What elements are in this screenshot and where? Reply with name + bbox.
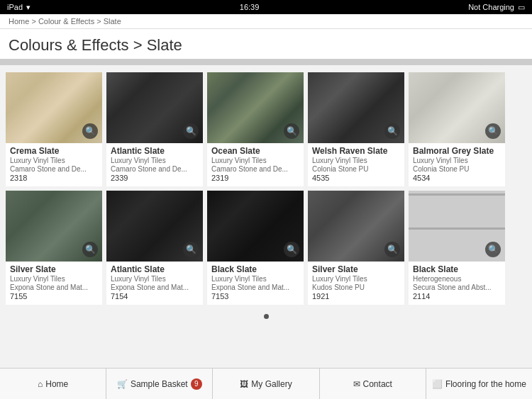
product-image-wrap: 🔍 <box>308 191 404 262</box>
product-item[interactable]: 🔍 Silver Slate Luxury Vinyl Tiles Kudos … <box>308 191 404 305</box>
product-info: Silver Slate Luxury Vinyl Tiles Expona S… <box>6 262 102 305</box>
nav-item-home[interactable]: ⌂Home <box>0 369 106 399</box>
product-info: Black Slate Heterogeneous Secura Stone a… <box>409 262 505 305</box>
product-code: 2339 <box>111 174 199 182</box>
bottom-nav: ⌂Home🛒Sample Basket9🖼My Gallery✉Contact⬜… <box>0 368 532 399</box>
product-info: Ocean Slate Luxury Vinyl Tiles Camaro St… <box>207 143 304 186</box>
product-name: Silver Slate <box>10 264 98 274</box>
product-image-wrap: 🔍 <box>409 72 505 143</box>
product-subtitle2: Camaro Stone and De... <box>10 165 98 173</box>
product-info: Crema Slate Luxury Vinyl Tiles Camaro St… <box>6 143 102 186</box>
product-subtitle2: Camaro Stone and De... <box>111 165 199 173</box>
product-code: 2319 <box>211 174 299 182</box>
zoom-icon[interactable]: 🔍 <box>485 242 501 257</box>
nav-item-flooring-for-the-home[interactable]: ⬜Flooring for the home <box>426 369 532 399</box>
product-subtitle1: Luxury Vinyl Tiles <box>312 157 400 164</box>
nav-label: Home <box>45 379 68 389</box>
product-code: 7154 <box>111 292 199 300</box>
product-subtitle1: Luxury Vinyl Tiles <box>413 157 501 164</box>
wifi-icon: ▾ <box>26 3 31 12</box>
device-label: iPad <box>7 3 23 11</box>
product-info: Welsh Raven Slate Luxury Vinyl Tiles Col… <box>308 143 404 186</box>
product-name: Atlantic Slate <box>111 264 199 274</box>
pagination <box>0 308 532 322</box>
product-code: 7155 <box>10 292 98 300</box>
product-item[interactable]: 🔍 Welsh Raven Slate Luxury Vinyl Tiles C… <box>308 72 404 186</box>
nav-item-contact[interactable]: ✉Contact <box>320 369 426 399</box>
nav-label: Sample Basket <box>131 379 188 389</box>
product-subtitle1: Heterogeneous <box>413 275 501 283</box>
zoom-icon[interactable]: 🔍 <box>284 123 299 139</box>
product-item[interactable]: 🔍 Ocean Slate Luxury Vinyl Tiles Camaro … <box>207 72 304 186</box>
product-info: Balmoral Grey Slate Luxury Vinyl Tiles C… <box>409 143 505 186</box>
zoom-icon[interactable]: 🔍 <box>485 123 501 139</box>
product-image-wrap: 🔍 <box>6 72 102 143</box>
product-image-wrap: 🔍 <box>308 72 404 143</box>
product-name: Crema Slate <box>10 146 98 156</box>
nav-label: Contact <box>363 379 392 389</box>
product-item[interactable]: 🔍 Silver Slate Luxury Vinyl Tiles Expona… <box>6 191 102 305</box>
product-subtitle2: Colonia Stone PU <box>312 165 400 173</box>
nav-label: My Gallery <box>251 379 292 389</box>
charging-label: Not Charging <box>468 3 514 11</box>
status-bar: iPad ▾ 16:39 Not Charging ▭ <box>0 0 532 14</box>
product-info: Silver Slate Luxury Vinyl Tiles Kudos St… <box>308 262 404 305</box>
zoom-icon[interactable]: 🔍 <box>183 242 199 257</box>
page-header: Colours & Effects > Slate <box>0 29 532 61</box>
page-title: Colours & Effects > Slate <box>9 36 523 55</box>
zoom-icon[interactable]: 🔍 <box>183 123 199 139</box>
product-info: Atlantic Slate Luxury Vinyl Tiles Camaro… <box>106 143 203 186</box>
product-name: Atlantic Slate <box>111 146 199 156</box>
product-item[interactable]: 🔍 Balmoral Grey Slate Luxury Vinyl Tiles… <box>409 72 505 186</box>
product-code: 2318 <box>10 174 98 182</box>
product-info: Black Slate Luxury Vinyl Tiles Expona St… <box>207 262 304 305</box>
product-item[interactable]: 🔍 Atlantic Slate Luxury Vinyl Tiles Cama… <box>106 72 203 186</box>
zoom-icon[interactable]: 🔍 <box>82 242 98 257</box>
product-code: 2114 <box>413 292 501 300</box>
product-image-wrap: 🔍 <box>207 72 304 143</box>
product-subtitle2: Expona Stone and Mat... <box>10 283 98 291</box>
nav-icon: ⌂ <box>38 379 43 389</box>
product-item[interactable]: 🔍 Black Slate Heterogeneous Secura Stone… <box>409 191 505 305</box>
product-subtitle1: Luxury Vinyl Tiles <box>10 275 98 283</box>
product-code: 4535 <box>312 174 400 182</box>
product-code: 1921 <box>312 292 400 300</box>
breadcrumb: Home > Colour & Effects > Slate <box>0 14 532 29</box>
zoom-icon[interactable]: 🔍 <box>384 242 400 257</box>
nav-icon: 🛒 <box>117 379 128 389</box>
zoom-icon[interactable]: 🔍 <box>384 123 400 139</box>
product-image-wrap: 🔍 <box>6 191 102 262</box>
product-item[interactable]: 🔍 Black Slate Luxury Vinyl Tiles Expona … <box>207 191 304 305</box>
product-subtitle1: Luxury Vinyl Tiles <box>312 275 400 283</box>
product-code: 4534 <box>413 174 501 182</box>
product-subtitle1: Luxury Vinyl Tiles <box>211 157 299 164</box>
nav-icon: 🖼 <box>240 379 248 389</box>
nav-icon: ✉ <box>353 379 360 389</box>
battery-icon: ▭ <box>518 3 525 12</box>
nav-label: Flooring for the home <box>445 379 526 389</box>
product-image-wrap: 🔍 <box>409 191 505 262</box>
zoom-icon[interactable]: 🔍 <box>82 123 98 139</box>
product-name: Black Slate <box>211 264 299 274</box>
product-subtitle1: Luxury Vinyl Tiles <box>111 275 199 283</box>
product-subtitle2: Camaro Stone and De... <box>211 165 299 173</box>
pagination-dot <box>264 314 269 319</box>
product-name: Balmoral Grey Slate <box>413 146 501 156</box>
product-subtitle2: Expona Stone and Mat... <box>111 283 199 291</box>
product-name: Welsh Raven Slate <box>312 146 400 156</box>
product-item[interactable]: 🔍 Atlantic Slate Luxury Vinyl Tiles Expo… <box>106 191 203 305</box>
status-right: Not Charging ▭ <box>468 3 525 12</box>
nav-item-my-gallery[interactable]: 🖼My Gallery <box>213 369 319 399</box>
zoom-icon[interactable]: 🔍 <box>284 242 299 257</box>
product-grid: 🔍 Crema Slate Luxury Vinyl Tiles Camaro … <box>0 65 532 308</box>
status-time: 16:39 <box>240 3 260 11</box>
product-subtitle2: Colonia Stone PU <box>413 165 501 173</box>
nav-item-sample-basket[interactable]: 🛒Sample Basket9 <box>106 369 213 399</box>
product-subtitle1: Luxury Vinyl Tiles <box>10 157 98 164</box>
product-item[interactable]: 🔍 Crema Slate Luxury Vinyl Tiles Camaro … <box>6 72 102 186</box>
product-name: Ocean Slate <box>211 146 299 156</box>
product-subtitle2: Secura Stone and Abst... <box>413 283 501 291</box>
nav-icon: ⬜ <box>432 379 443 389</box>
product-name: Silver Slate <box>312 264 400 274</box>
basket-badge: 9 <box>191 378 202 390</box>
